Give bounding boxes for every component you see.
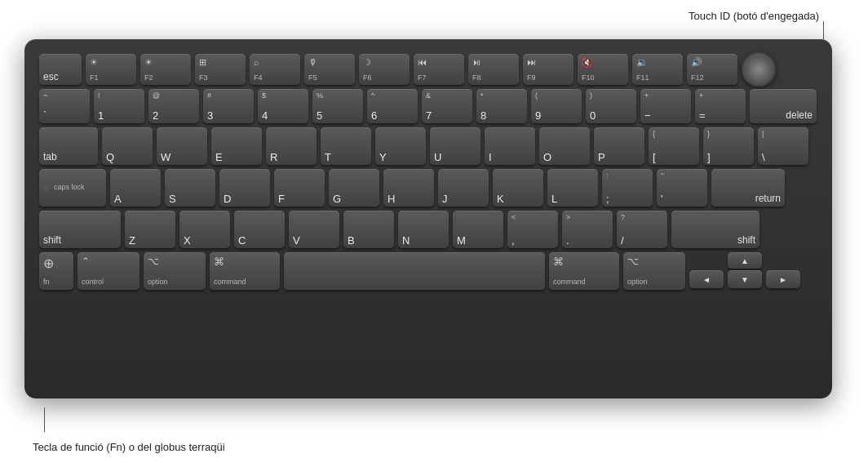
key-n[interactable]: N [398,211,449,248]
key-f10-label: F10 [582,74,595,82]
key-space[interactable] [284,252,545,290]
key-f11[interactable]: 🔉 F11 [632,54,683,85]
key-i[interactable]: I [485,127,535,165]
key-f10[interactable]: 🔇 F10 [578,54,628,85]
key-u[interactable]: U [430,127,480,165]
key-fn[interactable]: ⊕ fn [39,252,73,290]
key-d[interactable]: D [219,169,270,207]
key-command-right[interactable]: ⌘ command [549,252,619,290]
key-f2-icon: ☀ [144,57,153,68]
key-arrow-right[interactable]: ► [766,270,800,288]
key-minus[interactable]: + − [640,89,691,123]
key-f7[interactable]: ⏮ F7 [414,54,464,85]
key-control[interactable]: ⌃ control [78,252,140,290]
key-f5[interactable]: 🎙 F5 [304,54,355,85]
key-f9[interactable]: ⏭ F9 [523,54,574,85]
key-t[interactable]: T [321,127,371,165]
key-r[interactable]: R [266,127,317,165]
key-f8-label: F8 [472,74,481,82]
key-6[interactable]: ^ 6 [367,89,418,123]
key-f6[interactable]: ☽ F6 [359,54,410,85]
control-icon: ⌃ [82,256,90,267]
key-backslash[interactable]: | \ [758,127,808,165]
key-delete[interactable]: delete [750,89,817,123]
key-period[interactable]: > . [562,211,613,248]
key-4[interactable]: $ 4 [258,89,308,123]
key-option-right[interactable]: ⌥ option [623,252,685,290]
key-e[interactable]: E [211,127,262,165]
key-q[interactable]: Q [102,127,153,165]
key-f5-icon: 🎙 [308,57,317,67]
key-f10-icon: 🔇 [582,57,593,68]
key-shift-left[interactable]: shift [39,211,121,248]
key-f12-label: F12 [691,74,704,82]
key-semicolon[interactable]: : ; [602,169,653,207]
key-7[interactable]: & 7 [422,89,472,123]
key-x[interactable]: X [179,211,230,248]
key-1[interactable]: ! 1 [94,89,144,123]
key-esc[interactable]: esc [39,54,82,85]
key-c[interactable]: C [234,211,285,248]
key-9[interactable]: ( 9 [531,89,582,123]
key-8[interactable]: * 8 [476,89,527,123]
key-command-left[interactable]: ⌘ command [210,252,280,290]
key-capslock[interactable]: caps lock [39,169,106,207]
key-5[interactable]: % 5 [312,89,363,123]
key-lbracket[interactable]: { [ [649,127,699,165]
fn-row: esc ☀ F1 ☀ F2 ⊞ F3 ⌕ F4 [39,54,817,85]
key-0[interactable]: ) 0 [586,89,636,123]
key-f2[interactable]: ☀ F2 [140,54,191,85]
key-f4-icon: ⌕ [254,57,259,67]
key-o[interactable]: O [539,127,590,165]
key-f[interactable]: F [274,169,325,207]
key-f5-label: F5 [308,74,317,82]
key-slash[interactable]: ? / [617,211,667,248]
key-j[interactable]: J [438,169,489,207]
key-option-left[interactable]: ⌥ option [144,252,206,290]
key-touchid[interactable] [742,52,776,87]
key-quote[interactable]: " ' [657,169,707,207]
key-return[interactable]: return [711,169,785,207]
key-b[interactable]: B [343,211,394,248]
key-l[interactable]: L [547,169,598,207]
key-3[interactable]: # 3 [203,89,254,123]
key-arrow-up[interactable]: ▲ [728,252,762,269]
key-f4[interactable]: ⌕ F4 [250,54,300,85]
key-k[interactable]: K [493,169,543,207]
key-v[interactable]: V [289,211,339,248]
key-f12[interactable]: 🔊 F12 [687,54,737,85]
key-arrow-down[interactable]: ▼ [728,270,762,288]
key-f1-icon: ☀ [90,57,98,68]
key-w[interactable]: W [157,127,207,165]
key-comma[interactable]: < , [507,211,558,248]
key-y[interactable]: Y [375,127,426,165]
key-backtick[interactable]: ~ ` [39,89,90,123]
key-f1[interactable]: ☀ F1 [86,54,136,85]
fn-annotation: Tecla de funció (Fn) o del globus terraq… [33,441,225,453]
key-shift-right[interactable]: shift [671,211,760,248]
key-esc-label: esc [43,71,59,82]
keyboard: esc ☀ F1 ☀ F2 ⊞ F3 ⌕ F4 [24,39,832,398]
key-g[interactable]: G [329,169,379,207]
key-a[interactable]: A [110,169,161,207]
key-p[interactable]: P [594,127,644,165]
option-right-icon: ⌥ [627,256,639,267]
key-arrow-left[interactable]: ◄ [689,270,724,288]
key-z[interactable]: Z [125,211,175,248]
page: Touch ID (botó d'engegada) esc ☀ F1 ☀ F2… [0,0,868,463]
key-f1-label: F1 [90,74,99,82]
key-2[interactable]: @ 2 [148,89,199,123]
key-rbracket[interactable]: } ] [703,127,754,165]
key-f7-label: F7 [418,74,427,82]
key-m[interactable]: M [453,211,503,248]
key-f8[interactable]: ⏯ F8 [468,54,519,85]
key-f12-icon: 🔊 [691,57,702,68]
key-s[interactable]: S [165,169,215,207]
key-f3[interactable]: ⊞ F3 [195,54,246,85]
key-tab[interactable]: tab [39,127,98,165]
key-h[interactable]: H [383,169,434,207]
key-equals[interactable]: + = [695,89,746,123]
asdf-row: caps lock A S D F G H J K L : ; " ' retu… [39,169,817,207]
key-f4-label: F4 [254,74,263,82]
command-right-icon: ⌘ [553,256,564,268]
